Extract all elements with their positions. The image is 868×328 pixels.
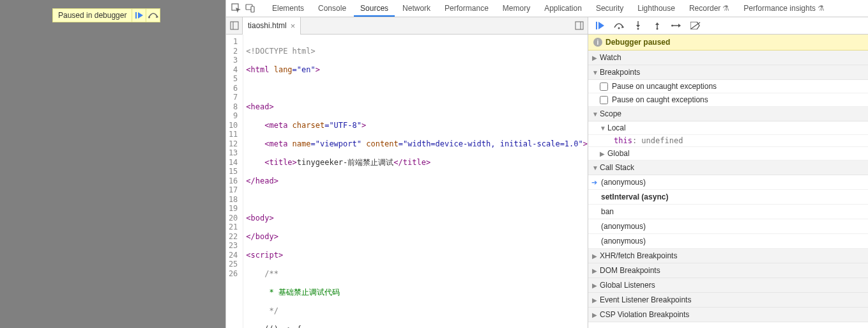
svg-point-14 (657, 28, 659, 30)
flask-icon: ⚗ (722, 4, 729, 13)
editor-column: tiaoshi.html × 1234567891011121314151617… (226, 17, 588, 328)
scope-this: this: undefined (588, 135, 868, 147)
page-viewport: Paused in debugger (0, 0, 225, 328)
tab-elements[interactable]: Elements (266, 1, 310, 16)
svg-point-10 (618, 27, 620, 29)
tab-application[interactable]: Application (538, 1, 588, 16)
section-xhr[interactable]: ▶XHR/fetch Breakpoints (588, 249, 868, 263)
step-button[interactable] (671, 20, 681, 31)
file-tab[interactable]: tiaoshi.html × (243, 17, 301, 35)
devtools-tabbar: Elements Console Sources Network Perform… (226, 0, 868, 17)
section-csp[interactable]: ▶CSP Violation Breakpoints (588, 308, 868, 322)
step-out-button[interactable] (652, 20, 662, 31)
step-into-button[interactable] (633, 20, 643, 31)
svg-rect-5 (231, 22, 238, 29)
section-dom[interactable]: ▶DOM Breakpoints (588, 263, 868, 278)
code-lines: <!DOCTYPE html> <html lang="en"> <head> … (243, 35, 588, 328)
stack-frame[interactable]: ban (588, 205, 868, 219)
section-watch[interactable]: ▶Watch (588, 51, 868, 65)
code-editor[interactable]: 1234567891011121314151617181920212223242… (226, 35, 588, 328)
bp-caught-checkbox[interactable] (600, 96, 608, 104)
tab-recorder[interactable]: Recorder⚗ (683, 1, 736, 16)
flask-icon: ⚗ (818, 4, 825, 13)
stack-frame[interactable]: (anonymous) (588, 219, 868, 234)
resume-button[interactable] (595, 20, 605, 31)
info-icon: i (593, 38, 602, 47)
paused-overlay-text: Paused in debugger (52, 8, 132, 22)
editor-tabbar: tiaoshi.html × (226, 17, 588, 35)
tab-security[interactable]: Security (590, 1, 630, 16)
inspect-icon[interactable] (230, 2, 243, 15)
tab-perf-insights[interactable]: Performance insights⚗ (737, 1, 831, 16)
devtools-panel: Elements Console Sources Network Perform… (225, 0, 868, 328)
tab-console[interactable]: Console (312, 1, 353, 16)
svg-rect-4 (251, 6, 254, 12)
scope-global[interactable]: ▶Global (588, 147, 868, 160)
svg-point-12 (637, 28, 639, 30)
svg-rect-7 (575, 22, 583, 29)
stack-async-label: setInterval (async) (588, 190, 868, 205)
device-toggle-icon[interactable] (244, 2, 257, 15)
svg-point-16 (671, 25, 673, 27)
bp-caught-row[interactable]: Pause on caught exceptions (588, 93, 868, 107)
debug-toolbar (588, 17, 868, 35)
section-event-listener[interactable]: ▶Event Listener Breakpoints (588, 293, 868, 308)
paused-overlay: Paused in debugger (52, 8, 160, 22)
stack-frame-current[interactable]: (anonymous) (588, 175, 868, 190)
svg-rect-9 (596, 22, 597, 29)
debugger-column: i Debugger paused ▶Watch ▼Breakpoints Pa… (588, 17, 868, 328)
bp-uncaught-row[interactable]: Pause on uncaught exceptions (588, 80, 868, 93)
close-icon[interactable]: × (291, 21, 296, 31)
svg-rect-0 (135, 12, 137, 19)
tab-lighthouse[interactable]: Lighthouse (631, 1, 681, 16)
svg-line-17 (691, 22, 700, 29)
line-gutter: 1234567891011121314151617181920212223242… (226, 35, 243, 328)
step-over-button[interactable] (614, 20, 624, 31)
section-breakpoints[interactable]: ▼Breakpoints (588, 65, 868, 80)
section-scope[interactable]: ▼Scope (588, 107, 868, 121)
tab-network[interactable]: Network (396, 1, 437, 16)
svg-point-1 (148, 17, 150, 19)
section-callstack[interactable]: ▼Call Stack (588, 160, 868, 175)
file-tab-name: tiaoshi.html (248, 21, 287, 30)
tab-performance[interactable]: Performance (438, 1, 495, 16)
tab-sources[interactable]: Sources (354, 1, 395, 17)
bp-uncaught-checkbox[interactable] (600, 82, 608, 91)
navigator-toggle-icon[interactable] (226, 17, 243, 34)
scope-local[interactable]: ▼Local (588, 121, 868, 135)
paused-banner: i Debugger paused (588, 35, 868, 51)
overlay-resume-button[interactable] (132, 8, 146, 22)
stack-frame[interactable]: (anonymous) (588, 234, 868, 249)
editor-more-icon[interactable] (571, 21, 588, 30)
deactivate-breakpoints-button[interactable] (690, 20, 701, 31)
section-global-listeners[interactable]: ▶Global Listeners (588, 278, 868, 293)
overlay-step-button[interactable] (146, 8, 160, 22)
tab-memory[interactable]: Memory (496, 1, 537, 16)
